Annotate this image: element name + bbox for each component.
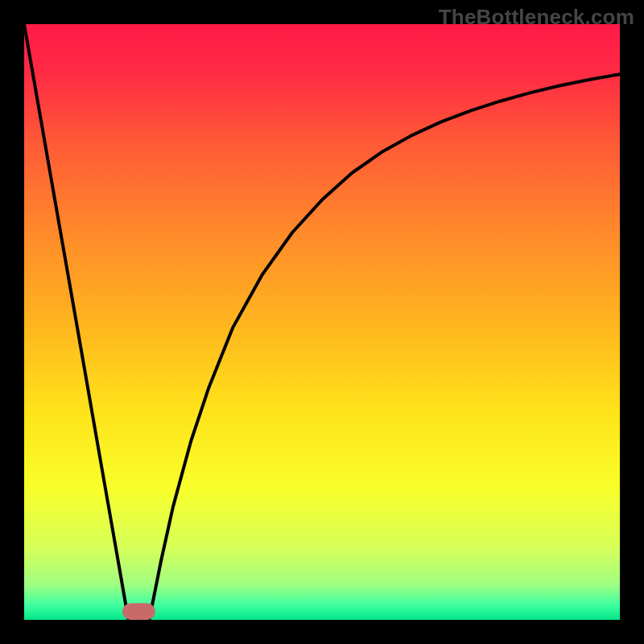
watermark-text: TheBottleneck.com <box>439 5 634 30</box>
optimal-marker <box>122 603 155 620</box>
chart-svg <box>24 24 620 620</box>
chart-frame: TheBottleneck.com <box>0 0 644 644</box>
chart-plot-area <box>24 24 620 620</box>
